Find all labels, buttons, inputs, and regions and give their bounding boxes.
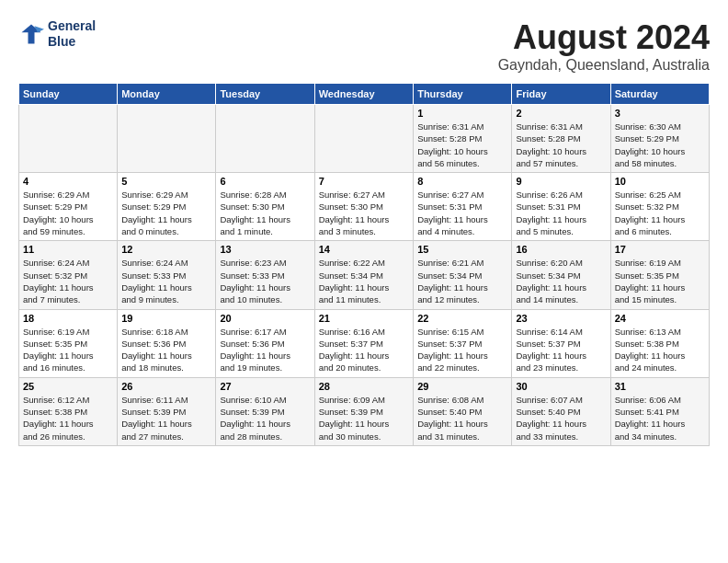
day-number: 19 [121,313,211,324]
day-number: 16 [516,244,606,255]
day-info: Sunrise: 6:24 AM Sunset: 5:32 PM Dayligh… [23,257,113,305]
day-number: 7 [319,176,409,187]
weekday-header-friday: Friday [512,84,610,105]
title-block: August 2024 Gayndah, Queensland, Austral… [498,18,710,74]
calendar-week-row: 18Sunrise: 6:19 AM Sunset: 5:35 PM Dayli… [19,309,710,377]
day-info: Sunrise: 6:18 AM Sunset: 5:36 PM Dayligh… [121,326,211,374]
calendar-cell: 16Sunrise: 6:20 AM Sunset: 5:34 PM Dayli… [512,241,610,309]
day-number: 24 [615,313,705,324]
day-number: 20 [220,313,310,324]
day-number: 18 [23,313,113,324]
calendar-cell: 18Sunrise: 6:19 AM Sunset: 5:35 PM Dayli… [19,309,118,377]
day-number: 8 [417,176,507,187]
day-number: 13 [220,244,310,255]
day-info: Sunrise: 6:27 AM Sunset: 5:30 PM Dayligh… [319,189,409,237]
day-number: 11 [23,244,113,255]
calendar-cell: 9Sunrise: 6:26 AM Sunset: 5:31 PM Daylig… [512,173,610,241]
day-info: Sunrise: 6:31 AM Sunset: 5:28 PM Dayligh… [417,121,507,169]
calendar-cell [216,105,314,173]
calendar-week-row: 1Sunrise: 6:31 AM Sunset: 5:28 PM Daylig… [19,105,710,173]
day-number: 6 [220,176,310,187]
day-number: 9 [516,176,606,187]
calendar-cell: 10Sunrise: 6:25 AM Sunset: 5:32 PM Dayli… [610,173,709,241]
calendar-cell: 14Sunrise: 6:22 AM Sunset: 5:34 PM Dayli… [314,241,413,309]
day-info: Sunrise: 6:29 AM Sunset: 5:29 PM Dayligh… [23,189,113,237]
day-number: 5 [121,176,211,187]
calendar-cell: 2Sunrise: 6:31 AM Sunset: 5:28 PM Daylig… [512,105,610,173]
day-info: Sunrise: 6:24 AM Sunset: 5:33 PM Dayligh… [121,257,211,305]
logo: General Blue [18,18,96,50]
day-number: 30 [516,381,606,392]
day-info: Sunrise: 6:15 AM Sunset: 5:37 PM Dayligh… [417,326,507,374]
day-info: Sunrise: 6:26 AM Sunset: 5:31 PM Dayligh… [516,189,606,237]
calendar-cell: 21Sunrise: 6:16 AM Sunset: 5:37 PM Dayli… [314,309,413,377]
weekday-header-tuesday: Tuesday [216,84,314,105]
calendar-cell [19,105,118,173]
calendar-cell: 23Sunrise: 6:14 AM Sunset: 5:37 PM Dayli… [512,309,610,377]
day-number: 2 [516,108,606,119]
month-year-title: August 2024 [498,18,710,57]
weekday-header-wednesday: Wednesday [314,84,413,105]
calendar-cell [118,105,216,173]
calendar-cell: 15Sunrise: 6:21 AM Sunset: 5:34 PM Dayli… [414,241,512,309]
calendar-cell: 8Sunrise: 6:27 AM Sunset: 5:31 PM Daylig… [414,173,512,241]
weekday-header-row: SundayMondayTuesdayWednesdayThursdayFrid… [19,84,710,105]
calendar-header: SundayMondayTuesdayWednesdayThursdayFrid… [19,84,710,105]
calendar-cell: 30Sunrise: 6:07 AM Sunset: 5:40 PM Dayli… [512,377,610,445]
day-info: Sunrise: 6:22 AM Sunset: 5:34 PM Dayligh… [319,257,409,305]
calendar-cell: 12Sunrise: 6:24 AM Sunset: 5:33 PM Dayli… [118,241,216,309]
calendar-cell: 25Sunrise: 6:12 AM Sunset: 5:38 PM Dayli… [19,377,118,445]
day-number: 26 [121,381,211,392]
day-number: 31 [615,381,705,392]
day-number: 1 [417,108,507,119]
day-info: Sunrise: 6:06 AM Sunset: 5:41 PM Dayligh… [615,394,705,442]
logo-text: General Blue [48,18,96,50]
calendar-body: 1Sunrise: 6:31 AM Sunset: 5:28 PM Daylig… [19,105,710,446]
calendar-cell: 20Sunrise: 6:17 AM Sunset: 5:36 PM Dayli… [216,309,314,377]
day-number: 15 [417,244,507,255]
logo-icon [18,21,44,47]
day-number: 25 [23,381,113,392]
day-number: 22 [417,313,507,324]
calendar-cell [314,105,413,173]
calendar-cell: 11Sunrise: 6:24 AM Sunset: 5:32 PM Dayli… [19,241,118,309]
weekday-header-sunday: Sunday [19,84,118,105]
calendar-cell: 22Sunrise: 6:15 AM Sunset: 5:37 PM Dayli… [414,309,512,377]
calendar-week-row: 25Sunrise: 6:12 AM Sunset: 5:38 PM Dayli… [19,377,710,445]
day-info: Sunrise: 6:23 AM Sunset: 5:33 PM Dayligh… [220,257,310,305]
calendar-cell: 26Sunrise: 6:11 AM Sunset: 5:39 PM Dayli… [118,377,216,445]
day-info: Sunrise: 6:09 AM Sunset: 5:39 PM Dayligh… [319,394,409,442]
weekday-header-saturday: Saturday [610,84,709,105]
weekday-header-thursday: Thursday [414,84,512,105]
day-info: Sunrise: 6:19 AM Sunset: 5:35 PM Dayligh… [23,326,113,374]
day-info: Sunrise: 6:31 AM Sunset: 5:28 PM Dayligh… [516,121,606,169]
day-info: Sunrise: 6:10 AM Sunset: 5:39 PM Dayligh… [220,394,310,442]
calendar-cell: 5Sunrise: 6:29 AM Sunset: 5:29 PM Daylig… [118,173,216,241]
calendar-cell: 17Sunrise: 6:19 AM Sunset: 5:35 PM Dayli… [610,241,709,309]
day-info: Sunrise: 6:30 AM Sunset: 5:29 PM Dayligh… [615,121,705,169]
day-info: Sunrise: 6:17 AM Sunset: 5:36 PM Dayligh… [220,326,310,374]
weekday-header-monday: Monday [118,84,216,105]
day-number: 28 [319,381,409,392]
calendar-cell: 31Sunrise: 6:06 AM Sunset: 5:41 PM Dayli… [610,377,709,445]
day-info: Sunrise: 6:27 AM Sunset: 5:31 PM Dayligh… [417,189,507,237]
day-number: 14 [319,244,409,255]
calendar-cell: 13Sunrise: 6:23 AM Sunset: 5:33 PM Dayli… [216,241,314,309]
calendar-cell: 4Sunrise: 6:29 AM Sunset: 5:29 PM Daylig… [19,173,118,241]
calendar-cell: 29Sunrise: 6:08 AM Sunset: 5:40 PM Dayli… [414,377,512,445]
page-header: General Blue August 2024 Gayndah, Queens… [18,18,710,74]
day-info: Sunrise: 6:14 AM Sunset: 5:37 PM Dayligh… [516,326,606,374]
day-info: Sunrise: 6:08 AM Sunset: 5:40 PM Dayligh… [417,394,507,442]
day-number: 29 [417,381,507,392]
day-info: Sunrise: 6:29 AM Sunset: 5:29 PM Dayligh… [121,189,211,237]
day-info: Sunrise: 6:21 AM Sunset: 5:34 PM Dayligh… [417,257,507,305]
day-number: 3 [615,108,705,119]
calendar-cell: 19Sunrise: 6:18 AM Sunset: 5:36 PM Dayli… [118,309,216,377]
calendar-cell: 7Sunrise: 6:27 AM Sunset: 5:30 PM Daylig… [314,173,413,241]
day-number: 21 [319,313,409,324]
day-number: 12 [121,244,211,255]
day-info: Sunrise: 6:28 AM Sunset: 5:30 PM Dayligh… [220,189,310,237]
day-info: Sunrise: 6:19 AM Sunset: 5:35 PM Dayligh… [615,257,705,305]
calendar-week-row: 4Sunrise: 6:29 AM Sunset: 5:29 PM Daylig… [19,173,710,241]
day-number: 10 [615,176,705,187]
